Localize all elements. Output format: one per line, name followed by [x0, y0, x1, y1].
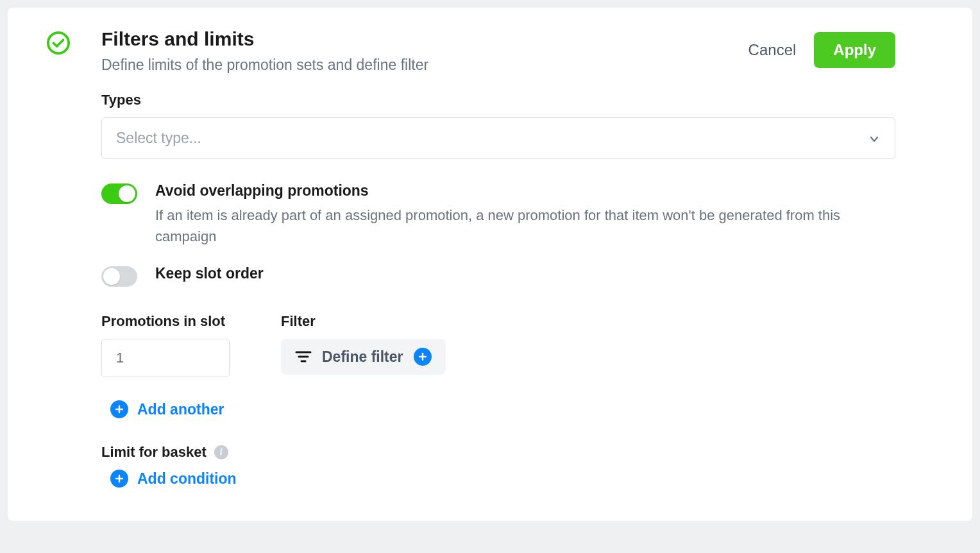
promotions-in-slot-input[interactable] — [101, 339, 230, 377]
keep-slot-order-title: Keep slot order — [155, 265, 895, 282]
chevron-down-icon — [868, 132, 881, 145]
avoid-overlap-title: Avoid overlapping promotions — [155, 182, 895, 200]
filter-label: Filter — [281, 313, 446, 330]
header-actions: Cancel Apply — [748, 32, 895, 68]
slot-filter-row: Promotions in slot Filter Define filter — [101, 313, 895, 377]
header-row: Filters and limits Define limits of the … — [46, 28, 895, 74]
types-label: Types — [101, 92, 895, 108]
filter-col: Filter Define filter — [281, 313, 446, 377]
limit-for-basket-label: Limit for basket i — [101, 444, 895, 461]
check-circle-icon — [46, 31, 71, 55]
avoid-overlap-toggle[interactable] — [101, 183, 137, 204]
svg-point-0 — [48, 33, 69, 53]
plus-circle-icon — [110, 470, 128, 488]
plus-circle-icon — [110, 400, 128, 418]
avoid-overlap-desc: If an item is already part of an assigne… — [155, 205, 895, 247]
apply-button[interactable]: Apply — [814, 32, 895, 68]
plus-circle-icon — [414, 348, 432, 366]
filters-card: Filters and limits Define limits of the … — [8, 8, 972, 521]
types-placeholder: Select type... — [116, 130, 201, 147]
avoid-overlap-row: Avoid overlapping promotions If an item … — [101, 182, 895, 247]
keep-slot-order-toggle[interactable] — [101, 266, 137, 287]
page-title: Filters and limits — [101, 28, 748, 50]
add-condition-label: Add condition — [137, 470, 237, 488]
keep-slot-order-row: Keep slot order — [101, 265, 895, 287]
add-another-label: Add another — [137, 401, 224, 418]
cancel-button[interactable]: Cancel — [748, 41, 797, 59]
header-text: Filters and limits Define limits of the … — [101, 28, 748, 74]
define-filter-label: Define filter — [322, 348, 403, 366]
filter-icon — [295, 348, 312, 365]
promotions-in-slot-label: Promotions in slot — [101, 313, 230, 330]
info-icon[interactable]: i — [214, 445, 228, 459]
define-filter-button[interactable]: Define filter — [281, 339, 446, 375]
page-subtitle: Define limits of the promotion sets and … — [101, 56, 748, 74]
types-select[interactable]: Select type... — [101, 117, 895, 159]
add-condition-button[interactable]: Add condition — [110, 470, 237, 488]
form-body: Types Select type... Avoid overlapping p… — [46, 92, 895, 488]
promotions-in-slot-col: Promotions in slot — [101, 313, 230, 377]
add-another-button[interactable]: Add another — [110, 400, 224, 418]
